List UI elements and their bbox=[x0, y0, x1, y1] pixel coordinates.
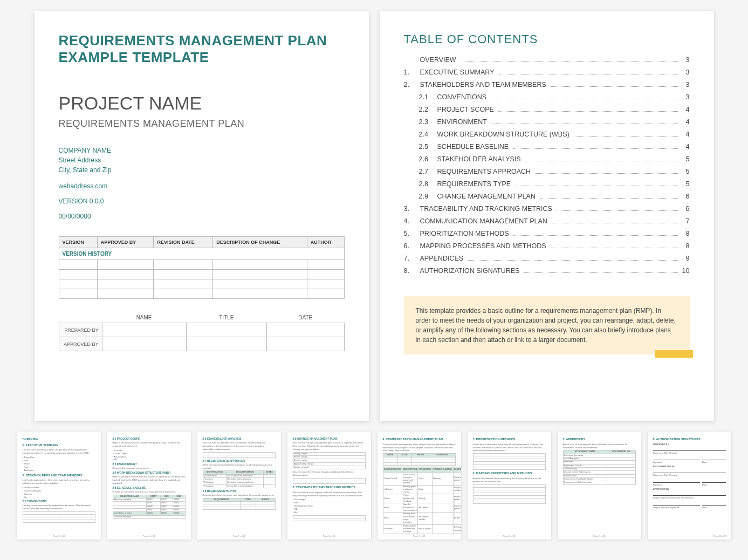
h-sched: 2.5 SCHEDULE BASELINE bbox=[113, 486, 186, 490]
toc-item[interactable]: 7.APPENDICES9 bbox=[404, 255, 690, 262]
thumb-page-3: OVERVIEW 1. EXECUTIVE SUMMARY The execut… bbox=[17, 432, 101, 539]
toc-item[interactable]: 2.2PROJECT SCOPE4 bbox=[404, 106, 690, 113]
thumb-page-6: 2.9 CHANGE MANAGEMENT PLAN Describe the … bbox=[287, 432, 371, 539]
h-stakean: 2.6 STAKEHOLDER ANALYSIS bbox=[203, 437, 276, 441]
company-block: COMPANY NAME Street Address City, State … bbox=[59, 146, 345, 175]
doc-title: REQUIREMENTS MANAGEMENT PLAN EXAMPLE TEM… bbox=[59, 32, 345, 66]
sign-label-approved: APPROVED BY bbox=[59, 337, 102, 351]
pgnum: Page 4 of 10 bbox=[143, 535, 155, 538]
company-web: webaddress.com bbox=[59, 182, 345, 190]
doc-title-line2: EXAMPLE TEMPLATE bbox=[59, 49, 209, 65]
comm-text: Communication management plans address h… bbox=[383, 443, 456, 453]
version-history-table: VERSION HISTORY VERSION APPROVED BY REVI… bbox=[59, 236, 345, 299]
h-stake: 2. STAKEHOLDERS AND TEAM MEMBERS bbox=[23, 474, 95, 478]
vh-row bbox=[59, 289, 344, 299]
prior-text: Define how to determine the priority of … bbox=[473, 443, 546, 453]
toc-item[interactable]: 2.1CONVENTIONS3 bbox=[404, 93, 690, 101]
pgnum: Page 7 of 10 bbox=[413, 535, 426, 538]
toc-list: OVERVIEW31.EXECUTIVE SUMMARY32.STAKEHOLD… bbox=[404, 56, 690, 275]
doc-title-line1: REQUIREMENTS MANAGEMENT PLAN bbox=[59, 32, 327, 49]
req-text: Detail the information gathering techniq… bbox=[203, 463, 276, 470]
doc-version: VERSION 0.0.0 bbox=[59, 197, 345, 205]
sign-h-title: TITLE bbox=[186, 312, 266, 323]
sign-label-prepared: PREPARED BY bbox=[59, 323, 102, 337]
trace-text: Describe how you will capture and track … bbox=[293, 491, 366, 497]
project-name: PROJECT NAME bbox=[59, 93, 345, 114]
stake-text: List the decision makers, their team, sp… bbox=[23, 479, 95, 485]
subtitle: REQUIREMENTS MANAGEMENT PLAN bbox=[59, 118, 345, 129]
pgnum: Page 8 of 10 bbox=[503, 535, 516, 538]
vh-title: VERSION HISTORY bbox=[59, 248, 344, 260]
toc-item[interactable]: 5.PRIORITIZATION METHODS8 bbox=[404, 230, 690, 237]
toc-item[interactable]: 2.STAKEHOLDERS AND TEAM MEMBERS3 bbox=[404, 81, 690, 88]
pgnum: Page 5 of 10 bbox=[233, 535, 245, 538]
vh-row bbox=[59, 260, 344, 270]
stakean-text: Describe how you identified the stakehol… bbox=[203, 441, 276, 451]
toc-item[interactable]: 2.7REQUIREMENTS APPROACH5 bbox=[404, 168, 690, 175]
toc-item[interactable]: OVERVIEW3 bbox=[404, 56, 690, 64]
h-req: 2.7 REQUIREMENTS APPROACH bbox=[203, 459, 276, 463]
reqtype-text: Requirements have four uses, and categor… bbox=[203, 494, 276, 497]
sign-h-date: DATE bbox=[266, 312, 344, 323]
note-box: This template provides a basic outline f… bbox=[404, 296, 690, 354]
app-text: Attach a list of reporting and other sta… bbox=[563, 443, 636, 449]
wbs-text: Refer to the WBS. Explain how the busine… bbox=[113, 475, 186, 485]
thumb-page-7: 4. COMMUNICATION MANAGEMENT PLAN Communi… bbox=[378, 432, 461, 539]
scope-text: Refer to the project charter to define t… bbox=[113, 441, 186, 448]
cover-page: REQUIREMENTS MANAGEMENT PLAN EXAMPLE TEM… bbox=[35, 11, 369, 421]
vh-h-approved: APPROVED BY bbox=[97, 237, 154, 248]
pgnum: Page 6 of 10 bbox=[323, 535, 335, 538]
toc-page: TABLE OF CONTENTS OVERVIEW31.EXECUTIVE S… bbox=[380, 11, 714, 421]
toc-item[interactable]: 2.4WORK BREAKDOWN STRUCTURE (WBS)4 bbox=[404, 131, 690, 138]
h-map: 6. MAPPING PROCESSES AND METHODS bbox=[473, 472, 546, 476]
pgnum: Page 9 of 10 bbox=[593, 535, 606, 538]
note-accent bbox=[655, 350, 693, 358]
thumb-page-8: 5. PRIORITIZATION METHODS Define how to … bbox=[468, 432, 551, 539]
toc-item[interactable]: 2.3ENVIRONMENT4 bbox=[404, 118, 690, 126]
sched-text: Provide the milestone baseline, and name… bbox=[113, 490, 186, 494]
thumb-page-4: 2.2 PROJECT SCOPE Refer to the project c… bbox=[107, 432, 191, 539]
signoff-table: NAME TITLE DATE PREPARED BY APPROVED BY bbox=[59, 312, 345, 351]
exec-text: The executive summary outlines the purpo… bbox=[23, 448, 95, 455]
pgnum: Page 3 of 10 bbox=[53, 535, 65, 538]
map-text: Explain the standards for documenting th… bbox=[473, 477, 546, 483]
h-wbs: 2.4 WORK BREAKDOWN STRUCTURE (WBS) bbox=[113, 471, 186, 475]
toc-item[interactable]: 8.AUTHORIZATION SIGNATURES10 bbox=[404, 267, 690, 275]
toc-item[interactable]: 6.MAPPING PROCESSES AND METHODS8 bbox=[404, 242, 690, 250]
toc-item[interactable]: 2.8REQUIREMENTS TYPE5 bbox=[404, 180, 690, 188]
h-chg: 2.9 CHANGE MANAGEMENT PLAN bbox=[293, 437, 366, 441]
h-exec: 1. EXECUTIVE SUMMARY bbox=[23, 443, 95, 448]
env-text: Describe the corporate environment. bbox=[113, 467, 186, 470]
h-conv: 2.1 CONVENTIONS bbox=[23, 500, 95, 503]
company-name: COMPANY NAME bbox=[59, 146, 345, 155]
sign-h-name: NAME bbox=[102, 312, 186, 323]
toc-item[interactable]: 3.TRACEABILITY AND TRACKING METRICS6 bbox=[404, 205, 690, 213]
sign-row-approved: APPROVED BY bbox=[59, 337, 344, 351]
chg-text: Describe the change management plan or l… bbox=[293, 441, 366, 451]
h-overview: OVERVIEW bbox=[23, 438, 95, 442]
thumbnail-row: OVERVIEW 1. EXECUTIVE SUMMARY The execut… bbox=[11, 432, 737, 539]
note-text: This template provides a basic outline f… bbox=[416, 307, 676, 344]
company-citystate: City, State and Zip bbox=[59, 165, 345, 175]
h-app: 7. APPENDICES bbox=[563, 438, 636, 442]
toc-item[interactable]: 1.EXECUTIVE SUMMARY3 bbox=[404, 69, 690, 76]
vh-h-version: VERSION bbox=[59, 237, 97, 248]
vh-row bbox=[59, 270, 344, 279]
vh-h-desc: DESCRIPTION OF CHANGE bbox=[213, 237, 307, 248]
toc-item[interactable]: 4.COMMUNICATION MANAGEMENT PLAN7 bbox=[404, 217, 690, 225]
h-scope: 2.2 PROJECT SCOPE bbox=[113, 437, 186, 441]
h-auth: 8. AUTHORIZATION SIGNATURES bbox=[653, 438, 726, 442]
toc-item[interactable]: 2.9CHANGE MANAGEMENT PLAN6 bbox=[404, 193, 690, 200]
h-trace: 3. TRACEABILITY AND TRACKING METRICS bbox=[293, 486, 366, 490]
sign-row-prepared: PREPARED BY bbox=[59, 323, 344, 337]
toc-item[interactable]: 2.5SCHEDULE BASELINE4 bbox=[404, 143, 690, 151]
toc-item[interactable]: 2.6STAKEHOLDER ANALYSIS5 bbox=[404, 155, 690, 163]
vh-h-revdate: REVISION DATE bbox=[154, 237, 213, 248]
thumb-page-10: 8. AUTHORIZATION SIGNATURES PREPARED BY … bbox=[648, 432, 731, 539]
h-env: 2.3 ENVIRONMENT bbox=[113, 462, 186, 466]
chg-text2: Describe any other relevant changes and … bbox=[293, 470, 366, 477]
h-comm: 4. COMMUNICATION MANAGEMENT PLAN bbox=[383, 438, 456, 442]
h-prior: 5. PRIORITIZATION METHODS bbox=[473, 438, 546, 442]
pgnum: Page 10 of 10 bbox=[713, 535, 727, 538]
vh-h-author: AUTHOR bbox=[307, 237, 344, 248]
